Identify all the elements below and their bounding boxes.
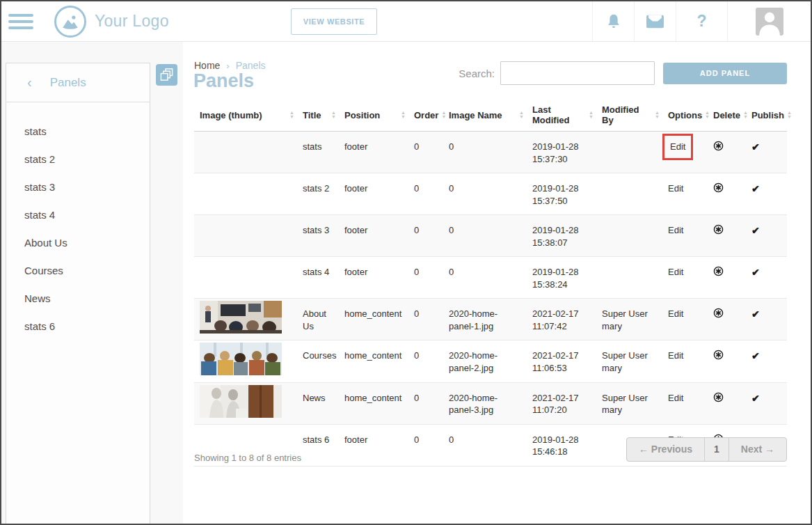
- edit-link[interactable]: Edit: [668, 225, 683, 235]
- edit-link[interactable]: Edit: [670, 141, 685, 152]
- breadcrumb-separator-icon: ›: [226, 61, 229, 71]
- cell-title: stats: [297, 132, 339, 173]
- edit-link[interactable]: Edit: [668, 267, 683, 277]
- cell-options: Edit: [662, 257, 708, 299]
- next-page-button[interactable]: Next →: [729, 438, 786, 461]
- edit-link[interactable]: Edit: [668, 308, 683, 319]
- thumbnail-cell: [194, 299, 297, 340]
- logo[interactable]: Your Logo: [54, 6, 169, 38]
- cell-modified-by: [596, 173, 662, 215]
- publish-check-icon[interactable]: ✔: [751, 267, 760, 278]
- table-header-row: Image (thumb)▲▼ Title▲▼ Position▲▼ Order…: [194, 102, 787, 132]
- circled-x-delete-icon[interactable]: [713, 141, 724, 151]
- sort-icon: ▲▼: [289, 111, 294, 119]
- col-publish[interactable]: Publish▲▼: [746, 102, 787, 132]
- sort-icon: ▲▼: [589, 111, 594, 119]
- cell-publish: ✔: [746, 299, 787, 340]
- breadcrumb-home[interactable]: Home: [194, 60, 220, 71]
- sidebar-item-courses[interactable]: Courses: [6, 257, 150, 285]
- cell-order: 0: [408, 173, 443, 215]
- page-number-button[interactable]: 1: [704, 438, 729, 461]
- help-button[interactable]: ?: [676, 1, 727, 41]
- edit-link[interactable]: Edit: [668, 183, 683, 194]
- cell-title: Courses: [297, 340, 339, 382]
- user-menu[interactable]: [727, 1, 811, 41]
- sidebar-item-stats[interactable]: stats: [6, 118, 150, 146]
- logo-text: Your Logo: [95, 12, 169, 31]
- circled-x-delete-icon[interactable]: [713, 182, 724, 193]
- sidebar-item-about-us[interactable]: About Us: [6, 229, 150, 257]
- circled-x-delete-icon[interactable]: [713, 392, 724, 402]
- cell-order: 0: [408, 132, 443, 173]
- publish-check-icon[interactable]: ✔: [751, 225, 760, 236]
- panels-table: Image (thumb)▲▼ Title▲▼ Position▲▼ Order…: [194, 102, 787, 467]
- col-order[interactable]: Order▲▼: [408, 102, 443, 132]
- view-website-button[interactable]: VIEW WEBSITE: [291, 8, 377, 35]
- table-row: About Us home_content 0 2020-home-panel-…: [194, 299, 787, 340]
- sidebar-collapse-button[interactable]: [156, 64, 177, 86]
- cell-last-modified: 2019-01-28 15:38:07: [527, 215, 596, 257]
- picture-logo-icon: [54, 6, 86, 38]
- sidebar-item-stats-4[interactable]: stats 4: [6, 201, 150, 229]
- panels-table-wrap: Image (thumb)▲▼ Title▲▼ Position▲▼ Order…: [194, 102, 787, 467]
- table-row: News home_content 0 2020-home-panel-3.jp…: [194, 382, 787, 424]
- circled-x-delete-icon[interactable]: [713, 266, 724, 276]
- cell-title: stats 4: [297, 257, 339, 299]
- cell-position: home_content: [339, 382, 408, 424]
- publish-check-icon[interactable]: ✔: [751, 350, 760, 361]
- circled-x-delete-icon[interactable]: [713, 224, 724, 235]
- col-modified-by[interactable]: Modified By▲▼: [596, 102, 662, 132]
- cell-position: footer: [339, 173, 408, 215]
- sidebar-item-stats-6[interactable]: stats 6: [6, 313, 150, 340]
- top-bar: Your Logo VIEW WEBSITE ?: [1, 1, 811, 42]
- cell-delete: [708, 132, 746, 173]
- publish-check-icon[interactable]: ✔: [751, 141, 760, 152]
- thumbnail-cell-empty: [194, 215, 297, 257]
- circled-x-delete-icon[interactable]: [713, 308, 724, 318]
- cell-position: footer: [339, 424, 408, 466]
- previous-page-button[interactable]: ← Previous: [627, 438, 704, 461]
- publish-check-icon[interactable]: ✔: [751, 183, 760, 194]
- table-row: Courses home_content 0 2020-home-panel-2…: [194, 340, 787, 382]
- edit-link[interactable]: Edit: [668, 350, 683, 361]
- search-label: Search:: [459, 68, 495, 79]
- sidebar-item-stats-3[interactable]: stats 3: [6, 173, 150, 201]
- sidebar-item-stats-2[interactable]: stats 2: [6, 146, 150, 173]
- cell-publish: ✔: [746, 257, 787, 299]
- cell-last-modified: 2019-01-28 15:37:30: [527, 132, 596, 173]
- hamburger-menu-icon[interactable]: [8, 14, 33, 29]
- cell-options: Edit: [662, 215, 708, 257]
- cell-publish: ✔: [746, 132, 787, 173]
- edit-link[interactable]: Edit: [668, 393, 683, 403]
- cell-position: footer: [339, 215, 408, 257]
- cell-last-modified: 2019-01-28 15:46:18: [527, 424, 596, 466]
- col-title[interactable]: Title▲▼: [297, 102, 339, 132]
- notifications-button[interactable]: [592, 1, 634, 41]
- publish-check-icon[interactable]: ✔: [751, 308, 760, 320]
- col-position[interactable]: Position▲▼: [339, 102, 408, 132]
- col-delete[interactable]: Delete▲▼: [708, 102, 746, 132]
- back-chevron-icon[interactable]: ‹: [27, 75, 32, 91]
- table-row: stats 3 footer 0 0 2019-01-28 15:38:07 E…: [194, 215, 787, 257]
- sidebar: ‹ Panels stats stats 2 stats 3 stats 4 A…: [6, 63, 150, 525]
- sidebar-item-news[interactable]: News: [6, 285, 150, 313]
- inbox-button[interactable]: [634, 1, 676, 41]
- col-options[interactable]: Options▲▼: [662, 102, 708, 132]
- add-panel-button[interactable]: ADD PANEL: [663, 63, 787, 84]
- cell-position: footer: [339, 132, 408, 173]
- panel-thumbnail: [200, 343, 282, 375]
- cell-order: 0: [408, 424, 443, 466]
- cell-order: 0: [408, 299, 443, 340]
- circled-x-delete-icon[interactable]: [713, 350, 724, 360]
- pagination: ← Previous 1 Next →: [626, 437, 787, 462]
- sort-icon: ▲▼: [787, 111, 792, 119]
- search-input[interactable]: [500, 61, 655, 85]
- cell-modified-by: [596, 257, 662, 299]
- col-image-thumb[interactable]: Image (thumb)▲▼: [194, 102, 297, 132]
- sidebar-title: Panels: [50, 76, 86, 90]
- publish-check-icon[interactable]: ✔: [751, 393, 760, 404]
- stacked-panels-icon: [159, 68, 174, 82]
- col-last-modified[interactable]: Last Modified▲▼: [527, 102, 596, 132]
- cell-order: 0: [408, 382, 443, 424]
- col-image-name[interactable]: Image Name▲▼: [443, 102, 527, 132]
